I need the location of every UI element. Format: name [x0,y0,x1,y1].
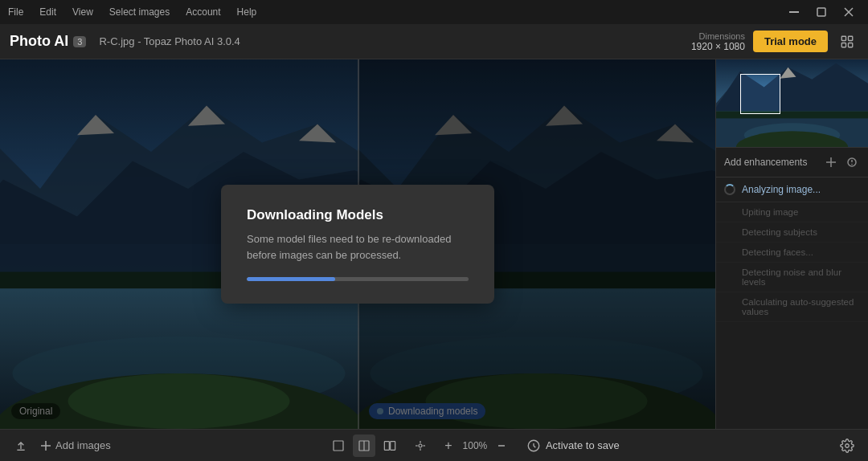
analysis-item-4: Calculating auto-suggested values [716,292,868,322]
menu-help[interactable]: Help [237,6,257,18]
modal-overlay: Downloading Models Some model files need… [0,59,715,429]
thumbnail-image [716,59,868,147]
window-controls [783,4,860,20]
svg-rect-51 [391,441,395,450]
split-view-button[interactable] [353,434,375,457]
appbar-right: Dimensions 1920 × 1080 Trial mode [691,31,858,53]
menu-select-images[interactable]: Select images [109,6,170,18]
svg-point-59 [845,443,850,447]
breadcrumb: R-C.jpg - Topaz Photo AI 3.0.4 [99,35,240,47]
modal-body: Some model files need to be re-downloade… [247,231,469,263]
side-by-side-button[interactable] [379,434,401,457]
svg-rect-6 [841,43,845,47]
analysis-item-1: Detecting subjects [716,222,868,243]
zoom-controls: + 100% [440,437,510,455]
analyzing-row: Analyzing image... [716,177,868,202]
svg-rect-47 [334,441,343,451]
pan-button[interactable] [409,434,432,457]
enhancements-label: Add enhancements [724,157,807,168]
dimensions-value: 1920 × 1080 [691,41,745,52]
main-content: Original Downloading models Downloading … [0,59,868,429]
titlebar: File Edit View Select images Account Hel… [0,0,868,24]
upload-icon[interactable] [10,434,32,457]
svg-rect-50 [384,441,389,450]
svg-point-42 [851,164,853,165]
modal-progress-fill [247,277,335,281]
menu-edit[interactable]: Edit [39,6,56,18]
menu-file[interactable]: File [8,6,23,18]
menu-view[interactable]: View [72,6,93,18]
add-images-button[interactable]: Add images [40,439,111,451]
dimensions-display: Dimensions 1920 × 1080 [691,31,745,52]
svg-rect-1 [817,8,825,16]
bottom-bar: Add images + 100% Activate to save [0,429,868,461]
activate-label: Activate to save [546,439,620,451]
activate-to-save-button[interactable]: Activate to save [526,439,620,453]
dimensions-label: Dimensions [691,31,745,41]
svg-rect-5 [849,36,853,40]
thumbnail-area [716,59,868,148]
right-settings-button[interactable] [836,434,858,457]
enhancements-bar: Add enhancements [716,148,868,177]
enhancement-options-button[interactable] [844,154,860,170]
svg-point-52 [419,444,422,447]
svg-rect-0 [789,11,799,13]
menu-account[interactable]: Account [186,6,220,18]
svg-rect-34 [716,111,868,119]
zoom-level: 100% [461,440,489,451]
maximize-button[interactable] [810,4,833,20]
modal-title: Downloading Models [247,207,469,223]
single-view-button[interactable] [327,434,350,457]
add-enhancement-button[interactable] [823,154,839,170]
analysis-item-3: Detecting noise and blur levels [716,263,868,292]
analyzing-spinner [724,184,735,195]
trial-mode-button[interactable]: Trial mode [753,31,828,52]
right-panel: Add enhancements Analyzing image... Upit… [715,59,868,429]
analysis-item-2: Detecting faces... [716,243,868,263]
minimize-button[interactable] [783,4,805,20]
image-area: Original Downloading models Downloading … [0,59,715,429]
app-logo: Photo AI 3 [10,33,86,50]
view-controls [327,434,401,457]
enhancements-icons [823,154,860,170]
titlebar-menu: File Edit View Select images Account Hel… [8,6,256,18]
svg-rect-4 [841,36,845,40]
pan-controls [409,434,432,457]
zoom-in-button[interactable]: + [440,437,457,455]
settings-icon[interactable] [836,31,858,53]
close-button[interactable] [837,4,860,20]
thumbnail-viewport [740,74,780,114]
app-version-badge: 3 [73,36,86,47]
add-images-label: Add images [55,439,111,451]
appbar: Photo AI 3 R-C.jpg - Topaz Photo AI 3.0.… [0,24,868,59]
zoom-out-button[interactable] [493,437,510,455]
app-name: Photo AI [10,33,68,50]
analysis-item-0: Upiting image [716,202,868,222]
modal-progress-bar [247,277,469,281]
analyzing-text: Analyzing image... [742,184,821,195]
downloading-models-modal: Downloading Models Some model files need… [221,185,494,304]
svg-rect-7 [849,43,853,47]
